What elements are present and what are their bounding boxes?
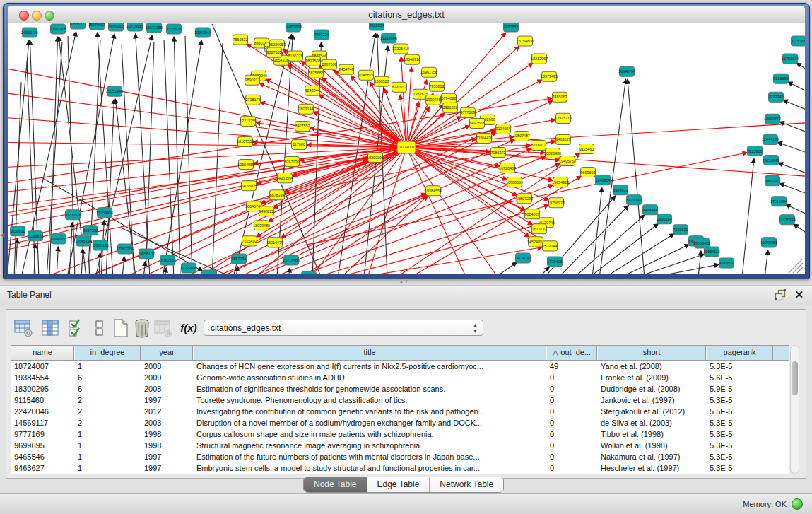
graph-node-selected[interactable]: 9827505: [267, 47, 282, 57]
graph-node-selected[interactable]: 8267130: [285, 157, 300, 167]
table-cell[interactable]: 9777169: [11, 428, 74, 440]
table-cell[interactable]: 2012: [141, 406, 193, 417]
graph-node[interactable]: 9245032: [202, 270, 217, 274]
graph-node-selected[interactable]: 14353594: [276, 173, 293, 183]
column-header-pagerank[interactable]: pagerank: [706, 346, 773, 360]
graph-node[interactable]: 2935114: [657, 214, 672, 224]
table-cell[interactable]: 2: [74, 417, 141, 428]
graph-node-selected[interactable]: 8186328: [288, 51, 303, 61]
table-cell[interactable]: Corpus callosum shape and size in male p…: [193, 428, 546, 440]
graph-node[interactable]: 10240351: [760, 238, 777, 247]
graph-node-selected[interactable]: 16961758: [420, 67, 437, 77]
graph-node[interactable]: 8215953: [748, 146, 763, 156]
graph-node-selected[interactable]: 2522144: [543, 241, 558, 251]
table-cell[interactable]: Nakamura et al. (1997): [597, 451, 706, 462]
graph-node[interactable]: 9150511: [11, 226, 25, 236]
function-builder-icon[interactable]: f(x): [179, 318, 199, 338]
graph-node-selected[interactable]: 7625402: [242, 236, 257, 246]
graph-node[interactable]: 8958923: [613, 185, 628, 195]
graph-node[interactable]: 12323445: [180, 263, 197, 273]
table-cell[interactable]: 22420046: [11, 406, 74, 417]
graph-node[interactable]: 8813054: [370, 23, 384, 30]
graph-node-selected[interactable]: 16914479: [266, 238, 283, 247]
table-cell[interactable]: 0: [546, 372, 597, 383]
graph-node[interactable]: 16671355: [146, 23, 163, 33]
table-cell[interactable]: Investigating the contribution of common…: [193, 406, 546, 417]
graph-node-selected[interactable]: 6794028: [442, 93, 457, 103]
graph-node-selected[interactable]: 18300295: [367, 153, 384, 163]
graph-node[interactable]: 1640954: [596, 175, 611, 185]
graph-node-selected[interactable]: 9084067: [525, 209, 540, 219]
table-cell[interactable]: 2008: [141, 383, 193, 395]
graph-node-selected[interactable]: 7955812: [430, 81, 445, 91]
graph-node-selected[interactable]: 10807487: [513, 131, 530, 141]
graph-node-selected[interactable]: 8216012: [531, 140, 546, 150]
graph-node[interactable]: 16782753: [159, 255, 176, 265]
table-cell[interactable]: 1: [74, 361, 141, 372]
graph-node-selected[interactable]: 14524851: [527, 237, 544, 247]
table-cell[interactable]: 9465546: [11, 451, 74, 462]
graph-node-selected[interactable]: 12975115: [555, 113, 572, 123]
table-cell[interactable]: Yano et al. (2008): [597, 361, 706, 372]
graph-node[interactable]: 11645194: [75, 236, 92, 246]
graph-node[interactable]: 16958107: [138, 249, 155, 259]
graph-node[interactable]: 25053346: [106, 86, 123, 96]
tab-network-table[interactable]: Network Table: [430, 477, 503, 492]
table-cell[interactable]: Stergiakouli et al. (2012): [597, 406, 706, 417]
table-vertical-scrollbar[interactable]: [790, 345, 799, 474]
graph-node[interactable]: 24055724: [21, 28, 38, 37]
graph-node-selected[interactable]: 2867608: [322, 59, 337, 69]
table-cell[interactable]: 9115460: [11, 395, 74, 406]
select-visible-columns-icon[interactable]: [67, 318, 87, 338]
graph-node-selected[interactable]: 19384554: [425, 186, 442, 196]
graph-node-selected[interactable]: 10973493: [541, 71, 558, 81]
graph-node-selected[interactable]: 6497568: [470, 118, 485, 128]
table-cell[interactable]: 1: [74, 462, 141, 474]
table-cell[interactable]: 5.5E-5: [706, 406, 773, 417]
graph-node[interactable]: 12942757: [50, 234, 67, 244]
graph-node-selected[interactable]: 9777169: [461, 107, 476, 117]
table-cell[interactable]: 5.3E-5: [706, 462, 773, 474]
table-cell[interactable]: 5.3E-5: [706, 417, 773, 428]
table-cell[interactable]: 5.3E-5: [706, 361, 773, 372]
float-window-icon[interactable]: [775, 289, 787, 301]
graph-node[interactable]: 7632621: [673, 225, 688, 235]
graph-node[interactable]: 11675334: [779, 215, 796, 225]
graph-node-selected[interactable]: 10654985: [237, 160, 254, 170]
close-panel-icon[interactable]: ✕: [794, 288, 804, 300]
table-row[interactable]: 969969511998Structural magnetic resonanc…: [11, 440, 789, 451]
graph-node-selected[interactable]: 9463627: [556, 134, 571, 144]
graph-node-selected[interactable]: 9115460: [579, 144, 594, 153]
table-cell[interactable]: Genome-wide association studies in ADHD.: [193, 372, 546, 383]
graph-node[interactable]: 6479197: [627, 195, 642, 205]
graph-node-selected[interactable]: 2718176: [246, 95, 261, 105]
table-cell[interactable]: 0: [546, 428, 597, 440]
graph-node[interactable]: 15718485: [283, 255, 300, 265]
graph-node-selected[interactable]: 20364436: [476, 133, 493, 143]
graph-node[interactable]: 20206526: [64, 210, 81, 220]
graph-node[interactable]: 11156828: [27, 231, 43, 241]
left-edge-collapse-icon[interactable]: ◀: [0, 232, 4, 238]
graph-node[interactable]: 19218506: [380, 33, 397, 43]
column-header-title[interactable]: title: [193, 346, 546, 360]
column-header-short[interactable]: short: [597, 346, 706, 360]
table-row[interactable]: 946362711997Embryonic stem cells: a mode…: [11, 462, 789, 474]
graph-node[interactable]: 9297588: [83, 226, 98, 235]
table-cell[interactable]: 1998: [141, 440, 193, 451]
graph-node-selected[interactable]: 1921022: [443, 103, 458, 112]
column-header-year[interactable]: year: [141, 346, 193, 360]
table-cell[interactable]: 2009: [141, 372, 193, 383]
graph-node[interactable]: 9474444: [643, 205, 658, 215]
graph-node[interactable]: 10655327: [69, 23, 86, 29]
table-cell[interactable]: Jankovic et al. (1997): [597, 395, 706, 406]
table-cell[interactable]: 9463627: [11, 462, 74, 474]
graph-node-selected[interactable]: 7485063: [553, 92, 567, 102]
table-scrollbar-thumb[interactable]: [792, 361, 798, 395]
resize-grip-icon[interactable]: [789, 259, 803, 273]
graph-node[interactable]: 17359924: [96, 208, 113, 218]
graph-node[interactable]: 1115388: [792, 36, 806, 46]
new-column-icon[interactable]: [111, 318, 131, 338]
graph-node-selected[interactable]: 117006: [292, 139, 307, 149]
table-cell[interactable]: 6: [74, 372, 141, 383]
table-cell[interactable]: 0: [546, 440, 597, 451]
